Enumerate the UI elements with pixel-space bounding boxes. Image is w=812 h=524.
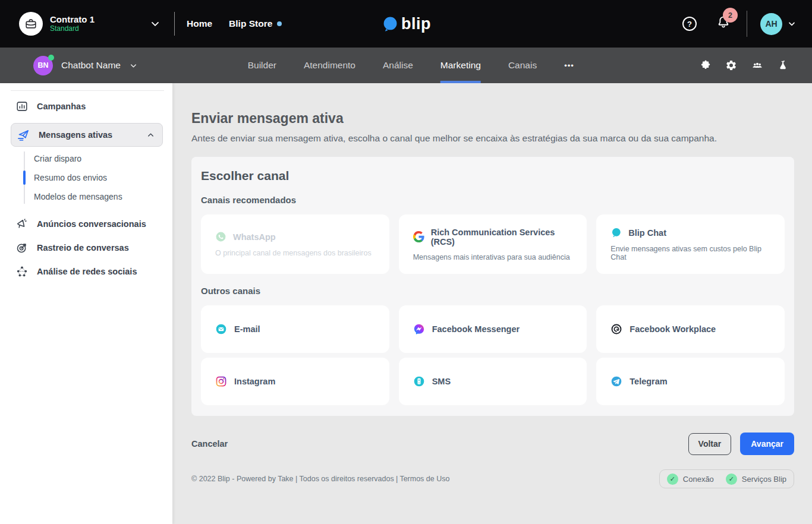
whatsapp-icon	[215, 231, 226, 242]
sidebar-item-label: Rastreio de conversas	[37, 243, 129, 252]
chevron-up-icon	[146, 131, 155, 140]
notification-count-badge: 2	[723, 8, 738, 23]
contract-switcher[interactable]: Contrato 1 Standard	[19, 12, 95, 36]
top-bar: Contrato 1 Standard Home Blip Store blip	[0, 0, 812, 48]
google-g-icon	[413, 231, 424, 242]
sidebar-top-divider	[11, 90, 164, 91]
status-label: Serviços Blip	[742, 475, 786, 484]
integrations-puzzle-icon[interactable]	[700, 59, 712, 71]
sidebar-item-analise-de-redes-sociais[interactable]: Análise de redes sociais	[0, 260, 172, 283]
channel-name: Facebook Workplace	[630, 324, 716, 334]
bot-bar-icons	[700, 59, 788, 72]
channel-card-blip-chat[interactable]: Blip Chat Envie mensagens ativas sem cus…	[596, 214, 785, 274]
channel-desc: Envie mensagens ativas sem custos pelo B…	[610, 245, 774, 261]
instagram-icon	[215, 375, 227, 387]
channel-card-rcs[interactable]: Rich Communication Services (RCS) Mensag…	[399, 214, 587, 274]
more-tabs-icon[interactable]: •••	[564, 48, 574, 83]
status-label: Conexão	[683, 475, 714, 484]
sms-icon	[413, 375, 425, 387]
copyright-text: © 2022 Blip - Powered by Take | Todos os…	[191, 475, 398, 483]
channel-name: WhatsApp	[233, 232, 276, 242]
tab-atendimento[interactable]: Atendimento	[304, 48, 355, 83]
channel-desc: O principal canal de mensagens dos brasi…	[215, 249, 379, 257]
user-chevron-down-icon	[787, 19, 797, 29]
briefcase-icon	[24, 17, 37, 30]
channel-name: Blip Chat	[628, 228, 666, 238]
channel-name: SMS	[432, 377, 451, 386]
choose-channel-panel: Escolher canal Canais recomendados Whats…	[191, 157, 794, 416]
status-pill: ✓ Conexão ✓ Serviços Blip	[659, 469, 794, 488]
channel-card-whatsapp: WhatsApp O principal canal de mensagens …	[201, 214, 389, 274]
top-bar-right: ? 2 AH	[682, 11, 797, 37]
blip-chat-icon	[610, 227, 622, 238]
terms-of-use-link[interactable]: Termos de Uso	[399, 475, 449, 483]
top-bar-divider-2	[747, 11, 747, 37]
tab-analise[interactable]: Análise	[383, 48, 413, 83]
bot-bar: BN Chatbot Name Builder Atendimento Anál…	[0, 48, 812, 83]
app-root: Contrato 1 Standard Home Blip Store blip	[0, 0, 812, 524]
target-arrow-icon	[15, 241, 29, 254]
sidebar-item-rastreio-de-conversas[interactable]: Rastreio de conversas	[0, 236, 172, 260]
back-button[interactable]: Voltar	[688, 433, 732, 455]
telegram-icon	[610, 375, 622, 387]
cancel-button[interactable]: Cancelar	[191, 439, 228, 449]
channel-card-telegram[interactable]: Telegram	[596, 358, 785, 405]
lab-flask-icon[interactable]	[778, 59, 788, 72]
notifications-button[interactable]: 2	[716, 14, 734, 34]
bot-chevron-down-icon	[129, 61, 138, 70]
megaphone-icon	[15, 217, 29, 231]
footer: © 2022 Blip - Powered by Take | Todos os…	[191, 469, 794, 488]
channel-name: E-mail	[234, 324, 260, 334]
nav-blip-store[interactable]: Blip Store	[229, 18, 282, 29]
settings-gear-icon[interactable]	[725, 59, 737, 71]
section-other-heading: Outros canais	[201, 286, 785, 296]
channel-card-facebook-messenger[interactable]: Facebook Messenger	[399, 305, 587, 353]
other-channels-grid: E-mail Fac	[201, 305, 785, 405]
tab-builder[interactable]: Builder	[248, 48, 276, 83]
top-nav: Home Blip Store	[187, 18, 282, 29]
channel-name: Facebook Messenger	[432, 324, 520, 334]
sidebar-item-mensagens-ativas[interactable]: Mensagens ativas	[11, 123, 163, 147]
channel-card-instagram[interactable]: Instagram	[201, 358, 389, 405]
check-icon: ✓	[667, 474, 678, 485]
team-people-icon[interactable]	[751, 59, 764, 71]
tab-marketing[interactable]: Marketing	[440, 48, 481, 83]
sidebar: Campanhas Mensagens ativas Criar disparo…	[0, 83, 172, 524]
blip-balloon-icon	[381, 15, 399, 33]
contract-avatar	[19, 12, 43, 36]
channel-name: Rich Communication Services (RCS)	[431, 228, 577, 247]
bot-avatar: BN	[33, 56, 53, 75]
sidebar-subitem-modelos-de-mensagens[interactable]: Modelos de mensagens	[24, 187, 172, 206]
user-menu[interactable]: AH	[760, 13, 797, 35]
next-button[interactable]: Avançar	[740, 433, 794, 455]
status-conexao: ✓ Conexão	[667, 474, 714, 485]
module-tabs: Builder Atendimento Análise Marketing Ca…	[248, 48, 574, 83]
check-icon: ✓	[726, 474, 737, 485]
help-icon[interactable]: ?	[682, 17, 697, 31]
bot-switcher[interactable]: BN Chatbot Name	[33, 56, 138, 75]
actions-row: Cancelar Voltar Avançar	[191, 433, 794, 455]
main-content: Enviar mensagem ativa Antes de enviar su…	[172, 83, 812, 524]
sidebar-item-campanhas[interactable]: Campanhas	[0, 94, 172, 118]
nav-blip-store-label: Blip Store	[229, 18, 272, 29]
sidebar-subitem-criar-disparo[interactable]: Criar disparo	[24, 149, 172, 168]
sidebar-item-label: Anúncios conversacionais	[37, 219, 146, 229]
contract-plan: Standard	[50, 25, 95, 33]
channel-card-facebook-workplace[interactable]: Facebook Workplace	[596, 305, 785, 353]
channel-card-email[interactable]: E-mail	[201, 305, 389, 353]
page-title: Enviar mensagem ativa	[191, 111, 794, 127]
contract-chevron-down-icon[interactable]	[149, 18, 161, 30]
user-avatar: AH	[760, 13, 782, 35]
channel-card-sms[interactable]: SMS	[399, 358, 587, 405]
button-row: Voltar Avançar	[688, 433, 794, 455]
nav-home[interactable]: Home	[187, 18, 212, 29]
sidebar-item-anuncios-conversacionais[interactable]: Anúncios conversacionais	[0, 212, 172, 236]
recommended-channels-grid: WhatsApp O principal canal de mensagens …	[201, 214, 785, 274]
sidebar-subitem-resumo-dos-envios[interactable]: Resumo dos envios	[24, 168, 172, 187]
paper-plane-icon	[16, 128, 30, 142]
tab-canais[interactable]: Canais	[508, 48, 537, 83]
channel-desc: Mensagens mais interativas para sua audi…	[413, 253, 577, 261]
messenger-icon	[413, 323, 425, 335]
sidebar-item-label: Análise de redes sociais	[37, 267, 137, 276]
sidebar-item-label: Campanhas	[37, 102, 86, 111]
